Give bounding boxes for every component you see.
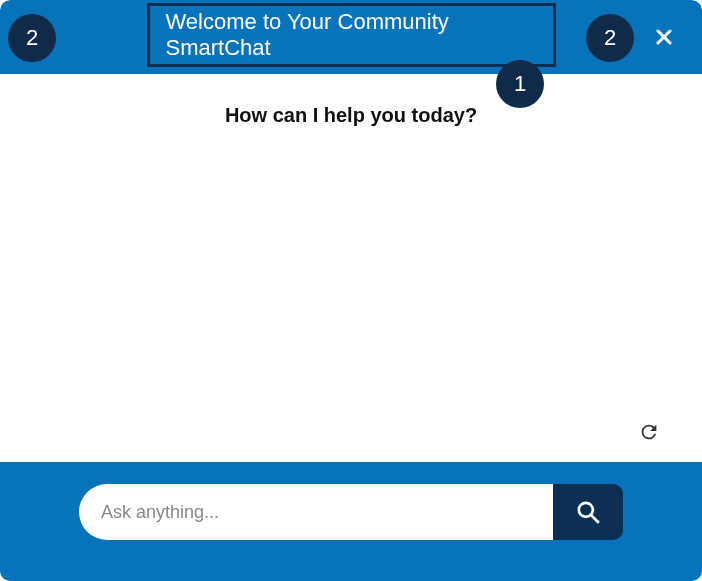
search-input[interactable]: [79, 484, 553, 540]
close-button[interactable]: [654, 27, 674, 47]
chat-title-box: Welcome to Your Community SmartChat: [147, 3, 556, 67]
annotation-marker-title-label: 1: [514, 71, 526, 97]
refresh-icon: [638, 421, 660, 443]
annotation-marker-right-label: 2: [604, 25, 616, 51]
svg-point-2: [596, 520, 599, 523]
chat-footer: [0, 462, 702, 581]
chat-title: Welcome to Your Community SmartChat: [166, 9, 537, 61]
annotation-marker-right: 2: [586, 14, 634, 62]
close-icon: [656, 29, 672, 45]
chat-window: 2 2 1 Welcome to Your Community SmartCha…: [0, 0, 702, 581]
svg-line-1: [591, 515, 596, 520]
refresh-button[interactable]: [634, 417, 664, 450]
annotation-marker-left: 2: [8, 14, 56, 62]
chat-content: How can I help you today?: [0, 74, 702, 462]
greeting-text: How can I help you today?: [0, 104, 702, 127]
search-icon: [575, 499, 601, 525]
annotation-marker-left-label: 2: [26, 25, 38, 51]
input-group: [79, 484, 623, 540]
annotation-marker-title: 1: [496, 60, 544, 108]
search-button[interactable]: [553, 484, 623, 540]
